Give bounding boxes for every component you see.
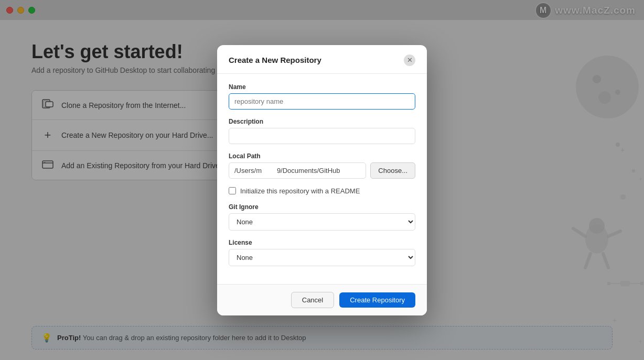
license-label: License bbox=[229, 239, 415, 246]
readme-label[interactable]: Initialize this repository with a README bbox=[240, 187, 360, 195]
local-path-field-group: Local Path Choose... bbox=[229, 152, 415, 179]
name-input[interactable] bbox=[229, 93, 415, 110]
license-field-group: License None MIT License Apache License … bbox=[229, 239, 415, 266]
local-path-row: Choose... bbox=[229, 162, 415, 179]
modal-body: Name Description Local Path Choose... In… bbox=[217, 74, 427, 284]
description-label: Description bbox=[229, 118, 415, 125]
gitignore-label: Git Ignore bbox=[229, 203, 415, 211]
modal-header: Create a New Repository ✕ bbox=[217, 45, 427, 74]
cancel-button[interactable]: Cancel bbox=[291, 292, 334, 308]
create-repo-modal: Create a New Repository ✕ Name Descripti… bbox=[217, 45, 427, 315]
local-path-input[interactable] bbox=[229, 162, 366, 179]
modal-title: Create a New Repository bbox=[229, 56, 321, 64]
name-field-group: Name bbox=[229, 83, 415, 110]
modal-overlay: Create a New Repository ✕ Name Descripti… bbox=[0, 0, 644, 360]
readme-checkbox-row: Initialize this repository with a README bbox=[229, 187, 415, 195]
local-path-label: Local Path bbox=[229, 152, 415, 160]
create-repository-button[interactable]: Create Repository bbox=[339, 292, 415, 308]
license-select[interactable]: None MIT License Apache License 2.0 GNU … bbox=[229, 249, 415, 266]
name-label: Name bbox=[229, 83, 415, 91]
readme-checkbox[interactable] bbox=[229, 187, 236, 194]
description-field-group: Description bbox=[229, 118, 415, 144]
modal-close-button[interactable]: ✕ bbox=[404, 54, 415, 66]
gitignore-field-group: Git Ignore None Python Node Java bbox=[229, 203, 415, 231]
gitignore-select[interactable]: None Python Node Java bbox=[229, 213, 415, 231]
description-input[interactable] bbox=[229, 128, 415, 144]
choose-button[interactable]: Choose... bbox=[370, 162, 415, 179]
modal-footer: Cancel Create Repository bbox=[217, 284, 427, 315]
